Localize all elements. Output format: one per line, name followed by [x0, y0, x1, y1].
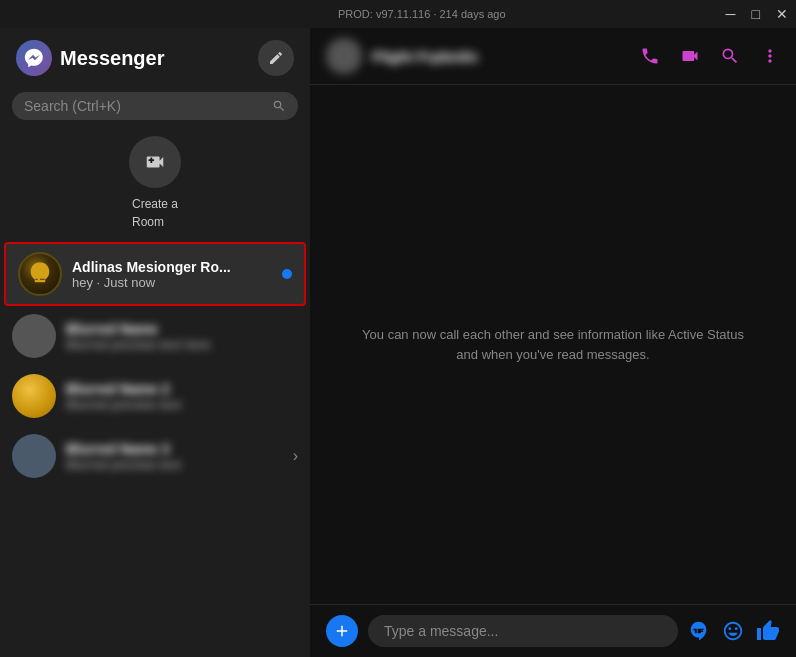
- minimize-button[interactable]: ─: [726, 6, 736, 22]
- chat-preview-2: Blurred preview text here: [66, 337, 298, 352]
- window-controls: ─ □ ✕: [726, 6, 788, 22]
- search-bar[interactable]: [12, 92, 298, 120]
- chat-item-4[interactable]: Blurred Name 3 Blurred preview text ›: [0, 426, 310, 486]
- like-button[interactable]: [756, 619, 780, 643]
- contact-avatar: [326, 38, 362, 74]
- chat-panel: Flight Frpbntln: [310, 28, 796, 657]
- video-add-icon: [144, 151, 166, 173]
- close-button[interactable]: ✕: [776, 6, 788, 22]
- title-bar: PROD: v97.11.116 · 214 days ago ─ □ ✕: [0, 0, 796, 28]
- sidebar-title: Messenger: [60, 47, 250, 70]
- chat-preview-3: Blurred preview text: [66, 397, 298, 412]
- chat-preview-4: Blurred preview text: [66, 457, 283, 472]
- chat-arrow-icon: ›: [293, 447, 298, 465]
- chat-info-4: Blurred Name 3 Blurred preview text: [66, 441, 283, 472]
- emoji-button[interactable]: [722, 620, 744, 642]
- chat-name-1: Adlinas Mesionger Ro...: [72, 259, 272, 275]
- chat-header: Flight Frpbntln: [310, 28, 796, 85]
- gif-button[interactable]: [688, 620, 710, 642]
- chat-info-3: Blurred Name 2 Blurred preview text: [66, 381, 298, 412]
- main-layout: Messenger Create a: [0, 28, 796, 657]
- sidebar: Messenger Create a: [0, 28, 310, 657]
- version-label: PROD: v97.11.116 · 214 days ago: [8, 8, 506, 20]
- avatar-3: [12, 374, 56, 418]
- chat-name-4: Blurred Name 3: [66, 441, 283, 457]
- header-actions: [640, 46, 780, 66]
- input-action-buttons: [688, 619, 780, 643]
- chat-search-button[interactable]: [720, 46, 740, 66]
- search-input[interactable]: [24, 98, 264, 114]
- call-button[interactable]: [640, 46, 660, 66]
- chat-item-1[interactable]: Adlinas Mesionger Ro... hey · Just now: [4, 242, 306, 306]
- video-call-button[interactable]: [680, 46, 700, 66]
- message-input[interactable]: [368, 615, 678, 647]
- search-icon: [272, 99, 286, 113]
- chat-info-1: Adlinas Mesionger Ro... hey · Just now: [72, 259, 272, 290]
- unread-indicator-1: [282, 269, 292, 279]
- messenger-logo: [16, 40, 52, 76]
- create-room-section: Create a Room: [0, 128, 310, 242]
- avatar-2: [12, 314, 56, 358]
- add-attachment-button[interactable]: [326, 615, 358, 647]
- skull-icon: [26, 260, 54, 288]
- compose-button[interactable]: [258, 40, 294, 76]
- chat-list: Adlinas Mesionger Ro... hey · Just now B…: [0, 242, 310, 657]
- contact-name: Flight Frpbntln: [372, 48, 630, 65]
- chat-info-2: Blurred Name Blurred preview text here: [66, 321, 298, 352]
- chat-name-2: Blurred Name: [66, 321, 298, 337]
- chat-item-3[interactable]: Blurred Name 2 Blurred preview text: [0, 366, 310, 426]
- maximize-button[interactable]: □: [752, 6, 760, 22]
- sidebar-header: Messenger: [0, 28, 310, 88]
- more-options-button[interactable]: [760, 46, 780, 66]
- create-room-button[interactable]: [129, 136, 181, 188]
- chat-preview-1: hey · Just now: [72, 275, 272, 290]
- avatar-skull: [18, 252, 62, 296]
- chat-item-2[interactable]: Blurred Name Blurred preview text here: [0, 306, 310, 366]
- plus-icon: [333, 622, 351, 640]
- messenger-logo-icon: [23, 47, 45, 69]
- chat-name-3: Blurred Name 2: [66, 381, 298, 397]
- create-room-label: Create a Room: [132, 194, 178, 230]
- messages-area: You can now call each other and see info…: [310, 85, 796, 604]
- compose-icon: [268, 50, 284, 66]
- avatar-4: [12, 434, 56, 478]
- info-text: You can now call each other and see info…: [353, 325, 753, 364]
- message-input-area: [310, 604, 796, 657]
